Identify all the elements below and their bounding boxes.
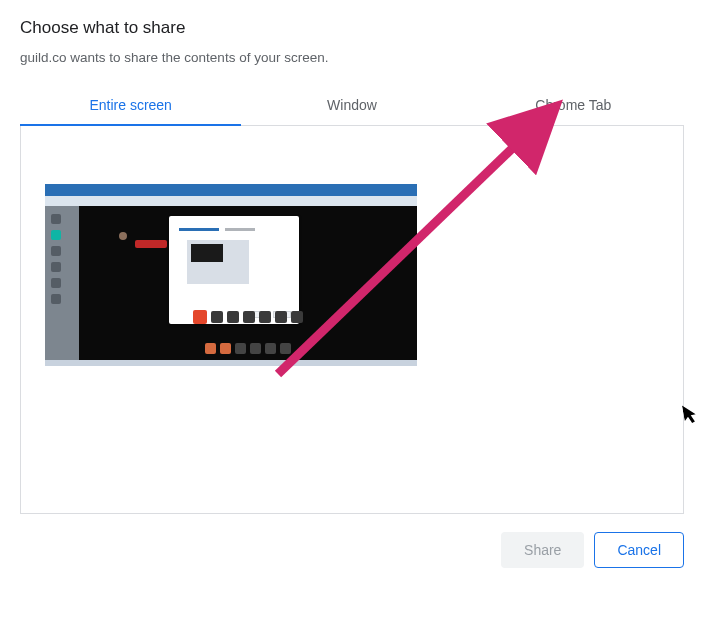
thumb-titlebar: [45, 184, 417, 196]
thumb-dock-icon: [220, 343, 231, 354]
thumb-avatar-icon: [119, 232, 127, 240]
thumb-toolbar-icon: [259, 311, 271, 323]
thumb-toolbar-icon: [291, 311, 303, 323]
thumb-modal-tab: [225, 228, 255, 231]
tab-entire-screen[interactable]: Entire screen: [20, 87, 241, 126]
dialog-footer: Share Cancel: [0, 514, 704, 568]
thumb-taskbar: [45, 360, 417, 366]
side-icon: [51, 294, 61, 304]
share-button[interactable]: Share: [501, 532, 584, 568]
thumb-record-indicator: [135, 240, 167, 248]
side-icon: [51, 230, 61, 240]
thumb-call-toolbar: [193, 310, 303, 324]
cancel-button[interactable]: Cancel: [594, 532, 684, 568]
thumb-toolbar-icon: [211, 311, 223, 323]
thumb-toolbar-icon: [275, 311, 287, 323]
thumb-end-call-icon: [193, 310, 207, 324]
thumb-dock-icon: [235, 343, 246, 354]
thumb-dock-icon: [280, 343, 291, 354]
dialog-subtitle: guild.co wants to share the contents of …: [20, 50, 684, 65]
share-dialog: Choose what to share guild.co wants to s…: [0, 0, 704, 514]
thumb-sidebar-icons: [51, 214, 61, 310]
side-icon: [51, 262, 61, 272]
side-icon: [51, 278, 61, 288]
thumb-dock: [205, 343, 291, 354]
thumb-modal-preview-inner: [191, 244, 223, 262]
dialog-title: Choose what to share: [20, 18, 684, 38]
thumb-dock-icon: [265, 343, 276, 354]
thumb-nested-dialog: [169, 216, 299, 324]
thumb-dock-icon: [250, 343, 261, 354]
share-tabs: Entire screen Window Chrome Tab: [20, 87, 684, 126]
thumb-tabbar: [45, 196, 417, 206]
tab-chrome-tab[interactable]: Chrome Tab: [463, 87, 684, 126]
screen-thumbnail[interactable]: [45, 184, 417, 366]
side-icon: [51, 214, 61, 224]
thumb-modal-tab-active: [179, 228, 219, 231]
share-content-area: [20, 126, 684, 514]
thumb-toolbar-icon: [243, 311, 255, 323]
thumb-toolbar-icon: [227, 311, 239, 323]
thumb-dock-icon: [205, 343, 216, 354]
side-icon: [51, 246, 61, 256]
thumb-main-area: [79, 206, 417, 360]
tab-window[interactable]: Window: [241, 87, 462, 126]
